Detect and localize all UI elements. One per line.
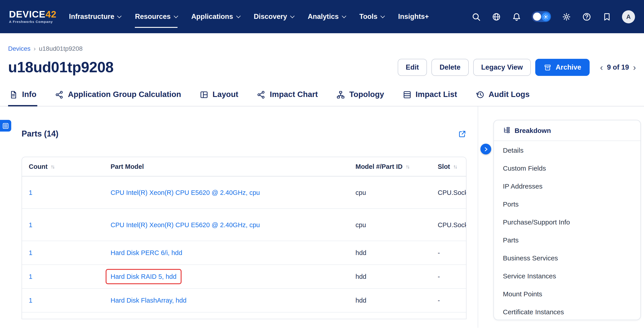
breadcrumb: Devices › u18ud01tp9208 bbox=[8, 45, 636, 52]
external-link-icon[interactable] bbox=[458, 130, 466, 138]
page-body: Devices › u18ud01tp9208 u18ud01tp9208 Ed… bbox=[0, 45, 644, 328]
theme-toggle[interactable] bbox=[532, 11, 551, 22]
impact-chart-icon bbox=[257, 90, 266, 99]
settings-icon[interactable] bbox=[561, 12, 571, 21]
chevron-down-icon bbox=[174, 13, 178, 18]
count-link[interactable]: 1 bbox=[29, 249, 32, 256]
breakdown-item-certificate-instances[interactable]: Certificate Instances bbox=[494, 303, 640, 320]
count-link[interactable]: 1 bbox=[29, 189, 32, 196]
breadcrumb-current: u18ud01tp9208 bbox=[39, 45, 83, 52]
edit-button[interactable]: Edit bbox=[398, 59, 427, 76]
count-link[interactable]: 1 bbox=[29, 297, 32, 304]
globe-icon[interactable] bbox=[491, 12, 501, 21]
column-header-slot[interactable]: Slot ↑↓ bbox=[438, 163, 466, 170]
archive-button[interactable]: Archive bbox=[536, 59, 590, 76]
model-part-id-cell: hdd bbox=[356, 297, 438, 304]
nav-item-infrastructure[interactable]: Infrastructure bbox=[69, 10, 121, 23]
tab-label: Audit Logs bbox=[488, 90, 530, 99]
column-label: Part Model bbox=[110, 163, 144, 170]
tab-topology[interactable]: Topology bbox=[335, 90, 385, 106]
nav-item-resources[interactable]: Resources bbox=[135, 10, 178, 23]
part-model-link[interactable]: Hard Disk FlashArray, hdd bbox=[110, 297, 186, 304]
logo-text: DEVICE42 bbox=[9, 9, 56, 19]
breakdown-header: Breakdown bbox=[494, 120, 640, 141]
breakdown-collapse-button[interactable] bbox=[480, 144, 491, 154]
breakdown-item-custom-fields[interactable]: Custom Fields bbox=[494, 159, 640, 177]
nav-item-tools[interactable]: Tools bbox=[359, 10, 384, 23]
nav-item-label: Insights+ bbox=[398, 12, 429, 21]
nav-item-label: Tools bbox=[359, 12, 377, 21]
search-icon[interactable] bbox=[471, 12, 481, 21]
count-link[interactable]: 1 bbox=[29, 273, 32, 280]
part-model-cell: Hard Disk RAID 5, hdd bbox=[106, 269, 181, 284]
breakdown-item-parts[interactable]: Parts bbox=[494, 231, 640, 249]
user-avatar[interactable]: A bbox=[622, 10, 635, 23]
breakdown-item-details[interactable]: Details bbox=[494, 141, 640, 159]
device42-app: DEVICE42 A Freshworks Company Infrastruc… bbox=[0, 0, 644, 330]
nav-item-label: Discovery bbox=[254, 12, 287, 21]
bookmark-icon[interactable] bbox=[602, 12, 612, 21]
top-nav: DEVICE42 A Freshworks Company Infrastruc… bbox=[0, 0, 644, 33]
help-icon[interactable] bbox=[582, 12, 592, 21]
notifications-icon[interactable] bbox=[512, 12, 521, 21]
model-part-id-cell: hdd bbox=[356, 249, 438, 256]
breakdown-item-ip-addresses[interactable]: IP Addresses bbox=[494, 177, 640, 195]
breakdown-item-ports[interactable]: Ports bbox=[494, 195, 640, 213]
tab-label: Application Group Calculation bbox=[68, 90, 181, 99]
sort-icon: ↑↓ bbox=[406, 164, 409, 169]
nav-item-applications[interactable]: Applications bbox=[191, 10, 240, 23]
page-title: u18ud01tp9208 bbox=[8, 59, 114, 76]
column-header-part-model[interactable]: Part Model bbox=[110, 163, 356, 170]
chevron-down-icon bbox=[380, 13, 385, 18]
breakdown-item-mount-points[interactable]: Mount Points bbox=[494, 285, 640, 303]
breakdown-title: Breakdown bbox=[514, 127, 551, 134]
pagination-next[interactable]: › bbox=[633, 63, 636, 72]
document-icon bbox=[9, 90, 18, 99]
parts-panel-header: Parts (14) bbox=[22, 129, 466, 139]
tab-application-group-calculation[interactable]: Application Group Calculation bbox=[54, 90, 182, 106]
pagination-prev[interactable]: ‹ bbox=[600, 63, 603, 72]
tab-info[interactable]: Info bbox=[8, 90, 37, 106]
tab-impact-chart[interactable]: Impact Chart bbox=[256, 90, 319, 106]
chevron-down-icon bbox=[290, 13, 294, 18]
part-model-link[interactable]: Hard Disk RAID 5, hdd bbox=[110, 273, 176, 280]
breakdown-item-business-services[interactable]: Business Services bbox=[494, 249, 640, 267]
count-link[interactable]: 1 bbox=[29, 221, 32, 228]
column-header-count[interactable]: Count ↑↓ bbox=[29, 163, 110, 170]
breakdown-list: DetailsCustom FieldsIP AddressesPortsPur… bbox=[494, 141, 640, 320]
column-label: Count bbox=[29, 163, 48, 170]
slot-cell: - bbox=[438, 249, 466, 256]
nav-item-insights[interactable]: Insights+ bbox=[398, 10, 429, 23]
tab-impact-list[interactable]: Impact List bbox=[402, 90, 458, 106]
nav-item-label: Infrastructure bbox=[69, 12, 114, 21]
table-row: 1 Hard Disk FlashArray, hdd hdd - bbox=[22, 289, 466, 313]
impact-list-icon bbox=[402, 90, 412, 99]
breakdown-item-service-instances[interactable]: Service Instances bbox=[494, 267, 640, 285]
archive-button-label: Archive bbox=[556, 63, 581, 71]
tab-layout[interactable]: Layout bbox=[199, 90, 239, 106]
table-row: 1 Hard Disk RAID 5, hdd hdd - bbox=[22, 265, 466, 289]
device42-logo[interactable]: DEVICE42 A Freshworks Company bbox=[9, 10, 56, 24]
delete-button[interactable]: Delete bbox=[432, 59, 468, 76]
archive-icon bbox=[544, 63, 552, 71]
part-model-cell: CPU Intel(R) Xeon(R) CPU E5620 @ 2.40GHz… bbox=[110, 221, 260, 229]
legacy-view-button[interactable]: Legacy View bbox=[473, 59, 531, 76]
nav-item-label: Applications bbox=[191, 12, 233, 21]
chevron-right-icon bbox=[483, 146, 489, 152]
part-model-link[interactable]: Hard Disk PERC 6/i, hdd bbox=[110, 249, 182, 256]
part-model-link[interactable]: CPU Intel(R) Xeon(R) CPU E5620 @ 2.40GHz… bbox=[110, 189, 260, 196]
table-row: 1 CPU Intel(R) Xeon(R) CPU E5620 @ 2.40G… bbox=[22, 209, 466, 241]
tab-audit-logs[interactable]: Audit Logs bbox=[474, 90, 530, 106]
calculation-icon bbox=[55, 90, 64, 99]
layout-icon bbox=[200, 90, 208, 99]
breakdown-item-purchase-support-info[interactable]: Purchase/Support Info bbox=[494, 213, 640, 231]
part-model-link[interactable]: CPU Intel(R) Xeon(R) CPU E5620 @ 2.40GHz… bbox=[110, 221, 260, 228]
content-area: Parts (14) Count ↑↓ Part Model Model #/P… bbox=[0, 106, 644, 328]
nav-item-analytics[interactable]: Analytics bbox=[308, 10, 345, 23]
breakdown-tree-icon bbox=[503, 127, 510, 134]
breadcrumb-devices-link[interactable]: Devices bbox=[8, 45, 30, 52]
tab-label: Layout bbox=[212, 90, 238, 99]
side-panel-toggle[interactable] bbox=[0, 120, 11, 132]
nav-item-discovery[interactable]: Discovery bbox=[254, 10, 294, 23]
column-header-model-part-id[interactable]: Model #/Part ID ↑↓ bbox=[356, 163, 438, 170]
